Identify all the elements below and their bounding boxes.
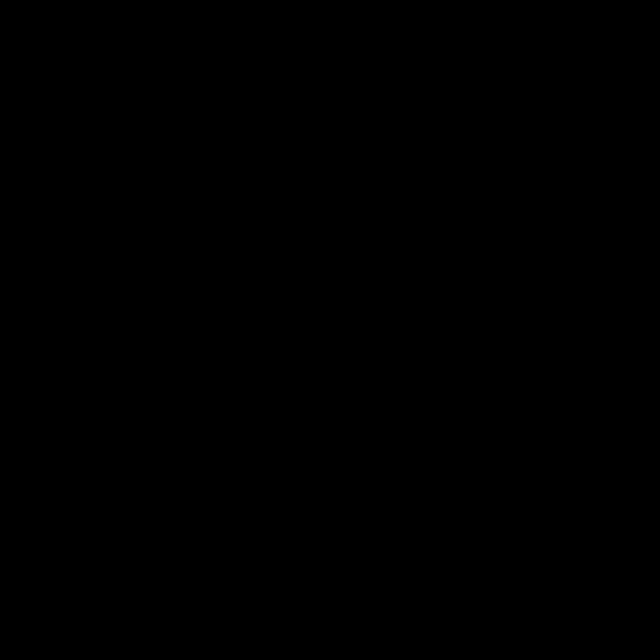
chart-stage bbox=[0, 0, 644, 644]
bottleneck-chart bbox=[0, 0, 644, 644]
